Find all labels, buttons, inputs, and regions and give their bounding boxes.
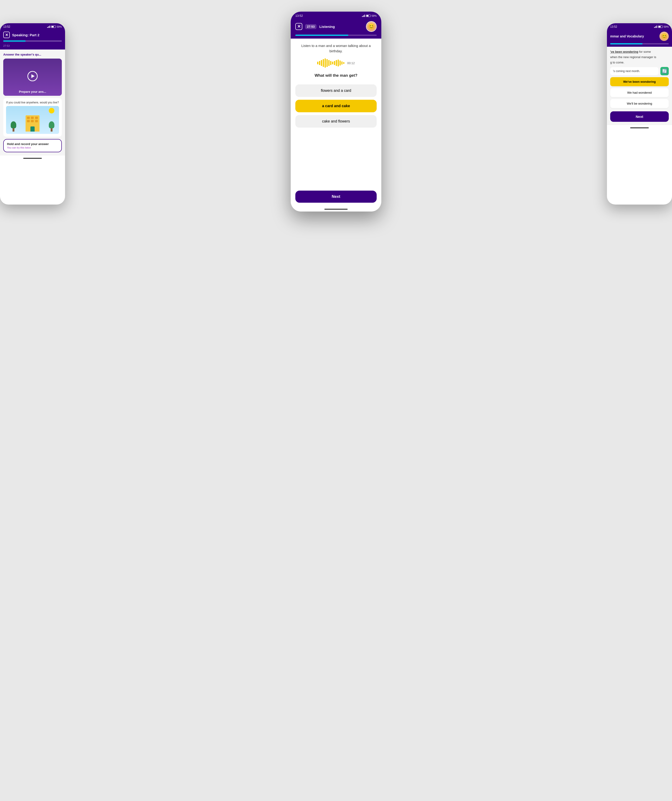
center-header: ✕ 27:53 Listening 😊 [291,19,381,35]
left-video-thumbnail[interactable]: Prepare your ans... [3,59,62,96]
right-sentence-3: g to come. [610,61,669,64]
right-progress-track [610,43,669,44]
left-body: Answer the speaker's qu... Prepare your … [0,50,65,156]
right-blank-word: 've been wondering [610,50,638,53]
waveform-bar [339,60,341,66]
center-choice-3[interactable]: cake and flowers [295,115,377,128]
center-progress-track [295,35,377,36]
right-emoji-button[interactable]: 🔄 [661,67,669,75]
right-signal-battery: 59% [654,25,669,28]
right-header: mmar and Vocabulary 😊 [607,30,672,43]
waveform-bar [321,60,322,66]
center-signal-battery: 59% [362,14,377,17]
center-progress-bar [291,35,381,39]
right-next-button[interactable]: Next [610,111,669,122]
center-waveform-row: 00:12 [295,58,377,68]
center-progress-fill [295,35,348,36]
waveform-bar [317,61,318,64]
waveform-bar [323,59,324,67]
center-next-button[interactable]: Next [295,191,377,203]
left-time: 13:52 [3,25,10,28]
left-scenario-text: If you could live anywhere, would you li… [6,101,59,104]
right-option-2[interactable]: We had wondered [610,88,669,97]
right-body: 've been wondering for some when the new… [607,47,672,125]
left-battery-text: 59% [57,25,62,28]
left-video-label: Prepare your ans... [3,90,62,93]
left-header-title: Speaking: Part 2 [12,33,40,37]
right-sentence-2: when the new regional manager is [610,55,669,59]
right-battery-text: 59% [664,25,669,28]
right-phone: 13:52 59% mmar and Vocabulary 😊 've bee [607,23,672,204]
left-scenario-card: If you could live anywhere, would you li… [3,98,62,137]
right-fill-blank: 've been wondering for some [610,50,669,53]
waveform-bar [338,60,339,66]
waveform-bar [326,59,328,67]
right-chat-row: 's coming next month. 🔄 [610,67,669,75]
waveform-bar [328,60,330,66]
sun-icon [49,108,55,113]
right-header-title: mmar and Vocabulary [610,34,644,38]
waveform-bar [330,61,331,65]
left-status-bar: 13:52 59% [0,23,65,30]
left-home-bar [23,158,42,159]
center-question: What will the man get? [295,73,377,78]
right-signal-icon [654,26,657,28]
right-battery-icon [658,26,663,28]
left-home-indicator [0,156,65,160]
center-body: Listen to a man and a woman talking abou… [291,39,381,206]
right-option-1[interactable]: We've been wondering [610,77,669,86]
left-record-sub-text: You can try this twice [7,146,58,149]
left-header: ✕ Speaking: Part 2 [0,30,65,40]
center-signal-icon [362,14,365,17]
right-home-bar [630,127,649,128]
left-progress-container [0,40,65,44]
left-record-button[interactable]: Hold and record your answer You can try … [3,139,62,152]
center-audio-time: 00:12 [347,61,355,65]
left-battery-icon [51,26,56,28]
right-option-3[interactable]: We'll be wondering [610,99,669,108]
center-home-bar [325,209,347,210]
waveform-bar [334,61,335,65]
left-record-main-text: Hold and record your answer [7,142,58,146]
right-chat-bubble: 's coming next month. [610,67,659,75]
tree-right-icon [49,121,55,132]
left-scenario-image [6,106,59,134]
waveform-bar [332,61,333,64]
waveform-bar [336,60,337,66]
left-question-label: Answer the speaker's qu... [3,53,62,56]
left-signal-icon [47,26,50,28]
center-instruction: Listen to a man and a woman talking abou… [295,43,377,54]
right-fill-text-2: for some [639,50,651,53]
waveform-bar [319,61,320,65]
center-battery-text: 59% [371,14,377,17]
tree-left-icon [11,121,16,132]
center-section-label: Listening [319,25,335,29]
center-battery-icon [366,14,371,17]
left-timer: 27:53 [0,44,65,50]
right-time: 13:52 [610,25,617,28]
center-waveform [317,58,344,68]
building-illustration [26,115,40,132]
left-phone: 13:52 59% ✕ Speaking: Part 2 27:53 Answe… [0,23,65,204]
center-close-button[interactable]: ✕ [295,23,302,30]
left-progress-track [3,40,62,42]
left-play-button[interactable] [27,71,38,81]
center-choices: flowers and a card a card and cake cake … [295,84,377,187]
center-avatar: 😊 [366,21,377,32]
right-home-indicator [607,125,672,130]
right-progress-container [607,43,672,47]
center-timer: 27:53 [305,24,317,29]
center-choice-1[interactable]: flowers and a card [295,84,377,97]
right-status-bar: 13:52 59% [607,23,672,30]
waveform-bar [341,61,342,64]
center-avatar-face: 😊 [367,22,376,31]
center-status-bar: 13:52 59% [291,11,381,19]
right-avatar-face: 😊 [659,32,669,41]
left-progress-fill [3,40,26,42]
right-answer-options: We've been wondering We had wondered We'… [610,77,669,108]
waveform-bar [343,62,344,64]
center-choice-2[interactable]: a card and cake [295,100,377,112]
left-close-button[interactable]: ✕ [3,32,10,38]
center-home-indicator [291,206,381,212]
play-triangle-icon [31,74,35,78]
